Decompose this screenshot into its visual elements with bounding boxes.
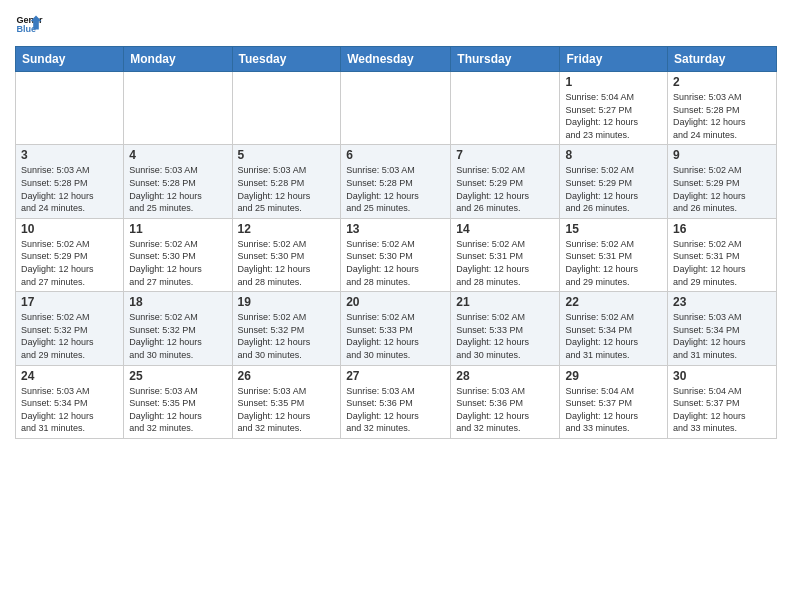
day-info: Sunrise: 5:02 AM Sunset: 5:31 PM Dayligh…: [565, 238, 662, 288]
calendar-cell: 2Sunrise: 5:03 AM Sunset: 5:28 PM Daylig…: [668, 72, 777, 145]
calendar-cell: 16Sunrise: 5:02 AM Sunset: 5:31 PM Dayli…: [668, 218, 777, 291]
day-number: 14: [456, 222, 554, 236]
calendar-cell: 5Sunrise: 5:03 AM Sunset: 5:28 PM Daylig…: [232, 145, 341, 218]
day-number: 6: [346, 148, 445, 162]
calendar-cell: 14Sunrise: 5:02 AM Sunset: 5:31 PM Dayli…: [451, 218, 560, 291]
day-info: Sunrise: 5:04 AM Sunset: 5:27 PM Dayligh…: [565, 91, 662, 141]
day-info: Sunrise: 5:02 AM Sunset: 5:34 PM Dayligh…: [565, 311, 662, 361]
day-number: 28: [456, 369, 554, 383]
day-number: 22: [565, 295, 662, 309]
calendar-cell: 3Sunrise: 5:03 AM Sunset: 5:28 PM Daylig…: [16, 145, 124, 218]
calendar-header-wednesday: Wednesday: [341, 47, 451, 72]
day-number: 4: [129, 148, 226, 162]
day-info: Sunrise: 5:03 AM Sunset: 5:28 PM Dayligh…: [21, 164, 118, 214]
calendar-cell: 9Sunrise: 5:02 AM Sunset: 5:29 PM Daylig…: [668, 145, 777, 218]
svg-text:Blue: Blue: [16, 24, 36, 34]
logo-icon: General Blue: [15, 10, 43, 38]
calendar-cell: 12Sunrise: 5:02 AM Sunset: 5:30 PM Dayli…: [232, 218, 341, 291]
calendar-week-row: 24Sunrise: 5:03 AM Sunset: 5:34 PM Dayli…: [16, 365, 777, 438]
calendar-cell: 20Sunrise: 5:02 AM Sunset: 5:33 PM Dayli…: [341, 292, 451, 365]
day-number: 1: [565, 75, 662, 89]
calendar-cell: 17Sunrise: 5:02 AM Sunset: 5:32 PM Dayli…: [16, 292, 124, 365]
day-info: Sunrise: 5:03 AM Sunset: 5:35 PM Dayligh…: [238, 385, 336, 435]
calendar-header-monday: Monday: [124, 47, 232, 72]
calendar-header-saturday: Saturday: [668, 47, 777, 72]
calendar-header-row: SundayMondayTuesdayWednesdayThursdayFrid…: [16, 47, 777, 72]
day-number: 13: [346, 222, 445, 236]
day-number: 12: [238, 222, 336, 236]
calendar-cell: 1Sunrise: 5:04 AM Sunset: 5:27 PM Daylig…: [560, 72, 668, 145]
calendar-cell: [341, 72, 451, 145]
day-number: 27: [346, 369, 445, 383]
calendar-cell: 27Sunrise: 5:03 AM Sunset: 5:36 PM Dayli…: [341, 365, 451, 438]
calendar-cell: 26Sunrise: 5:03 AM Sunset: 5:35 PM Dayli…: [232, 365, 341, 438]
day-number: 23: [673, 295, 771, 309]
day-info: Sunrise: 5:02 AM Sunset: 5:31 PM Dayligh…: [673, 238, 771, 288]
day-number: 30: [673, 369, 771, 383]
day-info: Sunrise: 5:02 AM Sunset: 5:30 PM Dayligh…: [129, 238, 226, 288]
day-number: 8: [565, 148, 662, 162]
calendar-cell: 13Sunrise: 5:02 AM Sunset: 5:30 PM Dayli…: [341, 218, 451, 291]
day-info: Sunrise: 5:03 AM Sunset: 5:35 PM Dayligh…: [129, 385, 226, 435]
calendar-cell: 18Sunrise: 5:02 AM Sunset: 5:32 PM Dayli…: [124, 292, 232, 365]
day-info: Sunrise: 5:03 AM Sunset: 5:28 PM Dayligh…: [346, 164, 445, 214]
day-number: 7: [456, 148, 554, 162]
calendar-cell: 19Sunrise: 5:02 AM Sunset: 5:32 PM Dayli…: [232, 292, 341, 365]
calendar-cell: 15Sunrise: 5:02 AM Sunset: 5:31 PM Dayli…: [560, 218, 668, 291]
day-number: 15: [565, 222, 662, 236]
day-info: Sunrise: 5:03 AM Sunset: 5:28 PM Dayligh…: [129, 164, 226, 214]
day-number: 21: [456, 295, 554, 309]
calendar-cell: [451, 72, 560, 145]
day-info: Sunrise: 5:02 AM Sunset: 5:32 PM Dayligh…: [21, 311, 118, 361]
day-info: Sunrise: 5:02 AM Sunset: 5:29 PM Dayligh…: [21, 238, 118, 288]
calendar-table: SundayMondayTuesdayWednesdayThursdayFrid…: [15, 46, 777, 439]
day-info: Sunrise: 5:02 AM Sunset: 5:31 PM Dayligh…: [456, 238, 554, 288]
day-info: Sunrise: 5:03 AM Sunset: 5:28 PM Dayligh…: [673, 91, 771, 141]
calendar-cell: 25Sunrise: 5:03 AM Sunset: 5:35 PM Dayli…: [124, 365, 232, 438]
day-info: Sunrise: 5:02 AM Sunset: 5:33 PM Dayligh…: [456, 311, 554, 361]
day-info: Sunrise: 5:02 AM Sunset: 5:32 PM Dayligh…: [238, 311, 336, 361]
day-number: 10: [21, 222, 118, 236]
calendar-week-row: 10Sunrise: 5:02 AM Sunset: 5:29 PM Dayli…: [16, 218, 777, 291]
calendar-header-tuesday: Tuesday: [232, 47, 341, 72]
day-number: 5: [238, 148, 336, 162]
day-number: 16: [673, 222, 771, 236]
day-number: 17: [21, 295, 118, 309]
day-info: Sunrise: 5:02 AM Sunset: 5:32 PM Dayligh…: [129, 311, 226, 361]
day-number: 26: [238, 369, 336, 383]
day-number: 3: [21, 148, 118, 162]
calendar-cell: 4Sunrise: 5:03 AM Sunset: 5:28 PM Daylig…: [124, 145, 232, 218]
day-number: 9: [673, 148, 771, 162]
calendar-cell: 10Sunrise: 5:02 AM Sunset: 5:29 PM Dayli…: [16, 218, 124, 291]
calendar-cell: 7Sunrise: 5:02 AM Sunset: 5:29 PM Daylig…: [451, 145, 560, 218]
day-info: Sunrise: 5:02 AM Sunset: 5:30 PM Dayligh…: [238, 238, 336, 288]
day-number: 11: [129, 222, 226, 236]
calendar-week-row: 17Sunrise: 5:02 AM Sunset: 5:32 PM Dayli…: [16, 292, 777, 365]
day-info: Sunrise: 5:02 AM Sunset: 5:29 PM Dayligh…: [565, 164, 662, 214]
day-number: 19: [238, 295, 336, 309]
header: General Blue: [15, 10, 777, 38]
calendar-cell: 28Sunrise: 5:03 AM Sunset: 5:36 PM Dayli…: [451, 365, 560, 438]
calendar-cell: 30Sunrise: 5:04 AM Sunset: 5:37 PM Dayli…: [668, 365, 777, 438]
calendar-cell: 29Sunrise: 5:04 AM Sunset: 5:37 PM Dayli…: [560, 365, 668, 438]
day-number: 20: [346, 295, 445, 309]
calendar-week-row: 1Sunrise: 5:04 AM Sunset: 5:27 PM Daylig…: [16, 72, 777, 145]
day-number: 25: [129, 369, 226, 383]
calendar-cell: 23Sunrise: 5:03 AM Sunset: 5:34 PM Dayli…: [668, 292, 777, 365]
day-info: Sunrise: 5:03 AM Sunset: 5:28 PM Dayligh…: [238, 164, 336, 214]
day-number: 18: [129, 295, 226, 309]
calendar-header-thursday: Thursday: [451, 47, 560, 72]
calendar-cell: [124, 72, 232, 145]
day-info: Sunrise: 5:03 AM Sunset: 5:36 PM Dayligh…: [456, 385, 554, 435]
calendar-header-sunday: Sunday: [16, 47, 124, 72]
day-info: Sunrise: 5:03 AM Sunset: 5:34 PM Dayligh…: [21, 385, 118, 435]
calendar-header-friday: Friday: [560, 47, 668, 72]
day-number: 29: [565, 369, 662, 383]
calendar-cell: 8Sunrise: 5:02 AM Sunset: 5:29 PM Daylig…: [560, 145, 668, 218]
calendar-cell: 11Sunrise: 5:02 AM Sunset: 5:30 PM Dayli…: [124, 218, 232, 291]
day-info: Sunrise: 5:04 AM Sunset: 5:37 PM Dayligh…: [565, 385, 662, 435]
calendar-cell: [232, 72, 341, 145]
calendar-cell: 22Sunrise: 5:02 AM Sunset: 5:34 PM Dayli…: [560, 292, 668, 365]
day-info: Sunrise: 5:02 AM Sunset: 5:30 PM Dayligh…: [346, 238, 445, 288]
calendar-cell: 21Sunrise: 5:02 AM Sunset: 5:33 PM Dayli…: [451, 292, 560, 365]
